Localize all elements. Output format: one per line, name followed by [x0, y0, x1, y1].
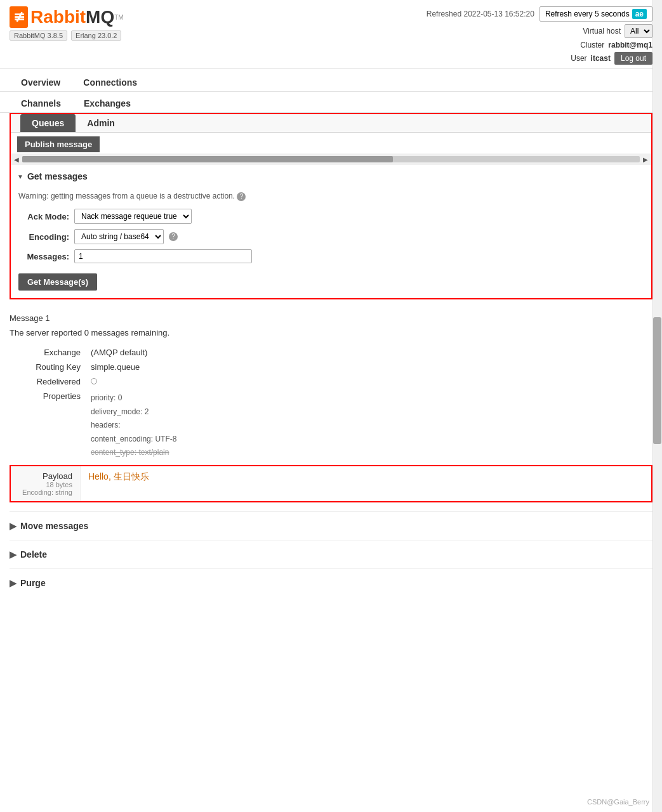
- prop-content-encoding: content_encoding: UTF-8: [91, 433, 647, 447]
- message-result: Message 1 The server reported 0 messages…: [10, 307, 652, 511]
- messages-input[interactable]: [74, 249, 252, 263]
- nav-exchanges[interactable]: Exchanges: [72, 95, 142, 112]
- ack-mode-row: Ack Mode: Nack message requeue true: [18, 209, 644, 224]
- payload-red-box: Payload 18 bytes Encoding: string Hello,…: [10, 465, 652, 502]
- purge-header[interactable]: ▶ Purge: [10, 575, 652, 591]
- tab-area: Queues Admin Publish message ◀ ▶ ▼ Get m…: [0, 113, 662, 299]
- logo-tm: TM: [114, 14, 123, 21]
- properties-value: priority: 0 delivery_mode: 2 headers: co…: [86, 389, 652, 462]
- horizontal-scrollbar[interactable]: ◀ ▶: [11, 154, 651, 165]
- cluster-label: Cluster: [580, 41, 604, 49]
- collapse-triangle: ▼: [17, 173, 23, 180]
- encoding-row: Encoding: Auto string / base64 ?: [18, 229, 644, 244]
- user-row: User itcast Log out: [571, 52, 652, 65]
- help-badge[interactable]: ?: [237, 192, 246, 201]
- purge-triangle: ▶: [10, 578, 17, 588]
- get-messages-title: Get messages: [27, 171, 88, 181]
- messages-label: Messages:: [18, 252, 69, 261]
- logo-versions: RabbitMQ 3.8.5 Erlang 23.0.2: [10, 30, 121, 41]
- refresh-ae-badge: ae: [632, 9, 647, 19]
- payload-bytes: 18 bytes: [18, 481, 72, 488]
- footer-watermark: CSDN@Gaia_Berry: [587, 798, 649, 806]
- purge-section: ▶ Purge: [10, 568, 652, 597]
- routing-key-value: simple.queue: [86, 360, 652, 374]
- user-value: itcast: [591, 54, 611, 63]
- encoding-label: Encoding:: [18, 232, 69, 242]
- tab-row: Queues Admin: [11, 114, 651, 133]
- exchange-value: (AMQP default): [86, 345, 652, 360]
- move-messages-header[interactable]: ▶ Move messages: [10, 518, 652, 534]
- logo-mq: MQ: [86, 7, 114, 27]
- erlang-version: Erlang 23.0.2: [71, 30, 121, 41]
- get-messages-header[interactable]: ▼ Get messages: [11, 166, 651, 187]
- logout-button[interactable]: Log out: [614, 52, 652, 65]
- logo-rabbit: Rabbit: [30, 7, 86, 27]
- redelivered-row: Redelivered: [10, 374, 652, 389]
- header-right: Refreshed 2022-05-13 16:52:20 Refresh ev…: [427, 6, 652, 65]
- vhost-row: Virtual host All: [583, 24, 652, 38]
- payload-encoding: Encoding: string: [18, 488, 72, 496]
- payload-value: Hello, 生日快乐: [81, 466, 157, 501]
- exchange-row: Exchange (AMQP default): [10, 345, 652, 360]
- redelivered-value: [86, 374, 652, 389]
- logo: ≢ RabbitMQTM: [10, 6, 124, 28]
- prop-content-type: content_type: text/plain: [91, 446, 647, 460]
- cluster-value: rabbit@mq1: [608, 41, 652, 49]
- payload-cell: Payload 18 bytes Encoding: string Hello,…: [10, 462, 652, 505]
- encoding-help-badge[interactable]: ?: [169, 232, 178, 241]
- rabbitmq-version: RabbitMQ 3.8.5: [10, 30, 67, 41]
- properties-block: priority: 0 delivery_mode: 2 headers: co…: [91, 391, 647, 460]
- prop-headers: headers:: [91, 419, 647, 433]
- nav-connections[interactable]: Connections: [72, 74, 149, 91]
- purge-label: Purge: [20, 578, 46, 588]
- ack-mode-label: Ack Mode:: [18, 212, 69, 221]
- logo-icon: ≢: [10, 6, 28, 28]
- message-result-area: Message 1 The server reported 0 messages…: [0, 307, 662, 610]
- properties-label: Properties: [10, 389, 86, 462]
- publish-message-btn[interactable]: Publish message: [17, 136, 100, 152]
- message-title: Message 1: [10, 313, 652, 323]
- move-messages-triangle: ▶: [10, 521, 17, 531]
- scroll-right-arrow[interactable]: ▶: [641, 156, 650, 163]
- logo-area: ≢ RabbitMQTM RabbitMQ 3.8.5 Erlang 23.0.…: [10, 6, 124, 41]
- prop-priority: priority: 0: [91, 391, 647, 405]
- redelivered-circle: [91, 378, 97, 384]
- warning-text: Warning: getting messages from a queue i…: [18, 192, 644, 201]
- scrollbar-thumb: [653, 317, 661, 444]
- delete-label: Delete: [20, 549, 47, 560]
- ack-mode-select[interactable]: Nack message requeue true: [74, 209, 192, 224]
- encoding-select[interactable]: Auto string / base64: [74, 229, 164, 244]
- refreshed-timestamp: Refreshed 2022-05-13 16:52:20: [427, 10, 534, 18]
- scroll-thumb: [22, 156, 393, 162]
- user-label: User: [571, 54, 586, 63]
- publish-msg-bar-wrapper: Publish message: [11, 133, 651, 152]
- nav-channels[interactable]: Channels: [10, 95, 72, 112]
- redelivered-label: Redelivered: [10, 374, 86, 389]
- get-messages-content: Warning: getting messages from a queue i…: [11, 187, 651, 298]
- properties-row: Properties priority: 0 delivery_mode: 2 …: [10, 389, 652, 462]
- routing-key-row: Routing Key simple.queue: [10, 360, 652, 374]
- nav-row1: Overview Connections: [0, 69, 662, 92]
- server-reported: The server reported 0 messages remaining…: [10, 328, 652, 337]
- get-message-button[interactable]: Get Message(s): [18, 273, 97, 291]
- messages-row: Messages:: [18, 249, 644, 263]
- delete-triangle: ▶: [10, 549, 17, 560]
- routing-key-label: Routing Key: [10, 360, 86, 374]
- cluster-row: Cluster rabbit@mq1: [580, 41, 652, 49]
- refresh-button[interactable]: Refresh every 5 seconds ae: [540, 6, 652, 22]
- page-scrollbar[interactable]: [652, 0, 662, 812]
- payload-row: Payload 18 bytes Encoding: string Hello,…: [10, 462, 652, 505]
- message-detail-table: Exchange (AMQP default) Routing Key simp…: [10, 345, 652, 505]
- vhost-select[interactable]: All: [625, 24, 652, 38]
- vhost-label: Virtual host: [583, 27, 621, 36]
- tab-admin[interactable]: Admin: [76, 114, 126, 132]
- delete-header[interactable]: ▶ Delete: [10, 547, 652, 562]
- scroll-track[interactable]: [22, 156, 640, 162]
- nav-overview[interactable]: Overview: [10, 74, 72, 91]
- nav-row2: Channels Exchanges: [0, 92, 662, 113]
- payload-label-cell: Payload 18 bytes Encoding: string: [11, 466, 81, 501]
- refresh-btn-label: Refresh every 5 seconds: [545, 10, 630, 18]
- tab-queues[interactable]: Queues: [20, 114, 76, 132]
- scroll-left-arrow[interactable]: ◀: [12, 156, 21, 163]
- prop-delivery-mode: delivery_mode: 2: [91, 405, 647, 419]
